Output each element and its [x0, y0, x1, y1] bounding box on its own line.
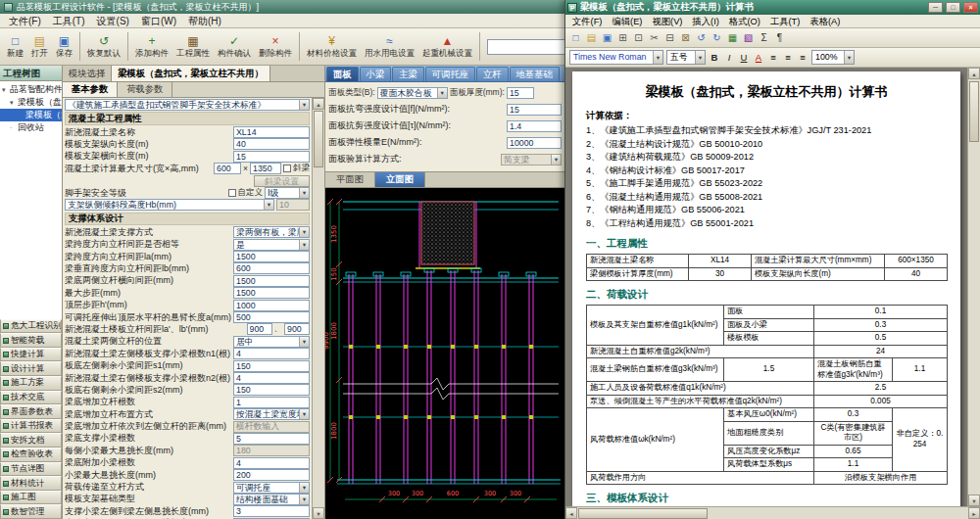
field-input[interactable]: [233, 457, 310, 469]
align-center-button[interactable]: ≡: [781, 50, 795, 65]
toolbar-button-4[interactable]: ↺恢复默认: [83, 30, 124, 64]
field-input[interactable]: [233, 262, 310, 274]
menu-item-5[interactable]: 工具(T): [765, 15, 805, 28]
field-input[interactable]: [233, 348, 310, 359]
view-tab-1[interactable]: 立面图: [375, 172, 425, 187]
document-scrollbar-horizontal[interactable]: ◄ ►: [565, 506, 980, 519]
field-input[interactable]: [233, 311, 310, 323]
scroll-thumb[interactable]: [969, 81, 979, 142]
nav-button-13[interactable]: 数智管理: [0, 504, 62, 519]
tree-item-1[interactable]: ▾梁模板（盘扣式）: [0, 96, 62, 109]
field-input[interactable]: [507, 120, 562, 132]
calc-basis-select[interactable]: 《建筑施工承插型盘扣式钢管脚手架安全技术标准》▼: [65, 99, 310, 111]
menu-item-4[interactable]: 帮助(H): [182, 14, 227, 28]
toolbar-button-7[interactable]: ▦工程属性: [172, 30, 214, 64]
cad-canvas[interactable]: 1350 150 1800 1800 9900: [325, 188, 564, 519]
menu-item-2[interactable]: 视图(V): [647, 15, 687, 28]
save-icon[interactable]: ▣: [600, 30, 614, 46]
component-tab-1[interactable]: 小梁: [360, 67, 392, 81]
scroll-left-icon[interactable]: ◄: [565, 507, 577, 519]
nav-button-10[interactable]: 节点详图: [0, 462, 62, 477]
toolbar-button-2[interactable]: ▣保存: [52, 30, 76, 64]
menu-item-6[interactable]: 表格(A): [805, 15, 845, 28]
search-input[interactable]: [487, 39, 564, 55]
font-color-button[interactable]: A: [752, 50, 765, 65]
nav-button-2[interactable]: 快捷计算: [0, 348, 62, 362]
field-select[interactable]: 是▼: [233, 239, 310, 251]
menu-item-3[interactable]: 窗口(W): [135, 14, 182, 28]
toolbar-button-12[interactable]: ≈用水用电设置: [361, 30, 418, 64]
field-input[interactable]: [233, 397, 310, 408]
print-icon[interactable]: ⊞: [615, 30, 630, 46]
table-icon[interactable]: ▦: [725, 30, 740, 46]
module-tab-0[interactable]: 模块选择: [63, 66, 112, 81]
nav-button-8[interactable]: 安拆文档: [0, 433, 62, 448]
paragraph-icon[interactable]: ¶: [772, 30, 787, 46]
field-input[interactable]: [233, 287, 310, 299]
menu-item-4[interactable]: 格式(O): [724, 15, 765, 28]
scroll-right-icon[interactable]: ►: [968, 507, 980, 519]
field-input[interactable]: [507, 104, 562, 116]
font-family-select[interactable]: Times New Roman▼: [569, 50, 663, 65]
field-input[interactable]: [233, 384, 310, 396]
redo-icon[interactable]: ↻: [710, 30, 724, 46]
menu-item-1[interactable]: 工具(T): [47, 14, 91, 28]
toolbar-button-6[interactable]: +添加构件: [131, 30, 172, 64]
print-preview-icon[interactable]: ⊡: [631, 30, 646, 46]
bold-button[interactable]: B: [708, 50, 721, 65]
checkbox[interactable]: [283, 165, 291, 172]
field-input[interactable]: [233, 138, 310, 150]
underline-button[interactable]: U: [737, 50, 751, 65]
field-select[interactable]: 支架纵侧倾斜段高度Hb(mm)▼: [65, 199, 274, 211]
italic-button[interactable]: I: [722, 50, 736, 65]
checkbox[interactable]: [228, 189, 236, 197]
document-scrollbar-vertical[interactable]: ▲ ▼: [967, 68, 980, 506]
toolbar-button-8[interactable]: ✓构件确认: [214, 30, 255, 64]
field-input[interactable]: [233, 372, 310, 384]
open-icon[interactable]: ▤: [584, 30, 599, 46]
component-tab-3[interactable]: 可调托座: [425, 67, 475, 81]
zoom-select[interactable]: 100%▼: [811, 50, 855, 65]
nav-button-9[interactable]: 检查验收表: [0, 448, 62, 462]
module-tab-1[interactable]: 梁模板（盘扣式，梁板立柱不共用）: [112, 66, 270, 81]
tree-item-2[interactable]: ·梁模板（盘扣式）: [0, 109, 62, 121]
nav-button-0[interactable]: 危大工程识别评价: [0, 319, 62, 334]
nav-button-12[interactable]: 施工图: [0, 491, 62, 505]
field-input[interactable]: [233, 300, 310, 311]
component-tab-0[interactable]: 面板: [326, 67, 359, 81]
toolbar-button-11[interactable]: ¥材料价格设置: [303, 30, 361, 64]
view-tab-0[interactable]: 平面图: [325, 172, 375, 187]
scroll-up-icon[interactable]: ▲: [313, 98, 324, 110]
toolbar-button-13[interactable]: ▲起重机械设置: [418, 30, 476, 64]
field-select[interactable]: Ⅰ级▼: [265, 187, 310, 199]
field-input[interactable]: [233, 505, 310, 517]
nav-button-11[interactable]: 材料统计: [0, 476, 62, 491]
field-input[interactable]: [233, 469, 310, 481]
nav-button-6[interactable]: 界面参数表: [0, 404, 62, 419]
field-select[interactable]: 梁两侧有板，梁底小梁垂直于梁跨方向▼: [233, 226, 310, 238]
field-input[interactable]: [507, 137, 562, 149]
align-right-button[interactable]: ≡: [796, 50, 809, 65]
nav-button-7[interactable]: 计算书报表: [0, 419, 62, 434]
component-tab-4[interactable]: 立杆: [476, 67, 509, 81]
field-input[interactable]: [233, 251, 310, 262]
menu-item-0[interactable]: 文件(F): [567, 15, 607, 28]
nav-button-1[interactable]: 智能荷载: [0, 333, 62, 348]
field-input[interactable]: [233, 126, 310, 138]
formula-icon[interactable]: Σ: [757, 30, 771, 46]
param-tab-0[interactable]: 基本参数: [63, 82, 118, 97]
image-icon[interactable]: ▧: [741, 30, 756, 46]
page-wrapper[interactable]: 梁模板（盘扣式，梁板立柱不共用）计算书 计算依据： 1、《建筑施工承插型盘扣式钢…: [565, 68, 967, 506]
field-select[interactable]: 可调托座▼: [233, 482, 310, 494]
field-input[interactable]: [250, 163, 281, 174]
tree-item-3[interactable]: ·回收站: [0, 121, 62, 134]
scroll-thumb[interactable]: [578, 508, 708, 519]
maximize-button[interactable]: □: [946, 2, 960, 13]
field-input[interactable]: [247, 323, 272, 335]
undo-icon[interactable]: ↺: [694, 30, 709, 46]
new-icon[interactable]: □: [568, 30, 583, 46]
toolbar-button-0[interactable]: □新建: [3, 30, 27, 64]
close-button[interactable]: ×: [963, 2, 978, 13]
menu-item-0[interactable]: 文件(F): [3, 14, 47, 28]
component-tab-2[interactable]: 主梁: [392, 67, 424, 81]
